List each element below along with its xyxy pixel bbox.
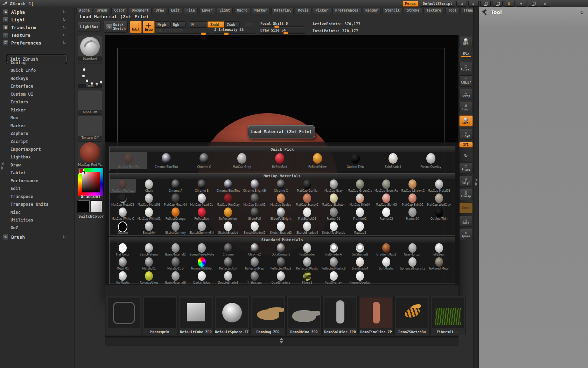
material-matcap-skin05[interactable]: MatCap Skin05 bbox=[373, 193, 399, 207]
pref-item-interface[interactable]: Interface bbox=[10, 84, 33, 89]
shelf-polyf-button[interactable]: #PolyF bbox=[459, 176, 473, 187]
material-trishaders[interactable]: TriShaders bbox=[241, 271, 267, 285]
material-darkenedge[interactable]: DarkenEdge bbox=[189, 271, 215, 285]
current-brush-tile[interactable]: Standard bbox=[78, 35, 102, 61]
material-reflectorange[interactable]: ReflectOrange bbox=[162, 207, 189, 221]
rotate-icon[interactable]: ↻ bbox=[460, 150, 472, 160]
shelf-actual-button[interactable]: □Actual bbox=[459, 62, 473, 73]
menu-edit[interactable]: Edit bbox=[168, 8, 182, 14]
material-gelshadera[interactable]: GelShaderA bbox=[320, 243, 346, 257]
quick-sketch-button[interactable]: ✎ Quick Sketch bbox=[104, 21, 128, 33]
lightbox-item-mannequin[interactable]: Mannequin bbox=[142, 296, 177, 335]
shelf-spix-button[interactable]: SPix bbox=[460, 49, 472, 60]
focal-shift-slider[interactable] bbox=[260, 26, 305, 27]
material-flat-color[interactable]: Flat Color bbox=[110, 243, 136, 257]
material-matcap-skin04[interactable]: MatCap Skin04 bbox=[347, 193, 373, 207]
edit-button[interactable]: Edit bbox=[130, 21, 142, 33]
pref-item-hotkeys[interactable]: Hotkeys bbox=[10, 76, 28, 81]
material-reflectedfoil[interactable]: ReflectedFoil bbox=[215, 257, 241, 271]
material-skinshade4[interactable]: SkinShade4 bbox=[374, 152, 412, 169]
material-chrome-c[interactable]: Chrome C bbox=[268, 179, 294, 193]
lock-icon[interactable] bbox=[504, 1, 514, 7]
material-matcap-skin06[interactable]: MatCap Skin06 bbox=[399, 193, 426, 207]
menu-draw[interactable]: Draw bbox=[153, 8, 167, 14]
material-silverfoil[interactable]: SilverFoil bbox=[241, 207, 267, 221]
tool-reset-icon[interactable]: ↻ bbox=[580, 10, 584, 15]
menu-preferences[interactable]: Preferences bbox=[332, 8, 361, 14]
dock-panel-texture[interactable]: TTexture↻ bbox=[3, 32, 71, 39]
pref-item-goz[interactable]: GoZ bbox=[10, 225, 18, 230]
secondary-color-swatch[interactable] bbox=[90, 200, 102, 212]
lightbox-item-item[interactable]: .. bbox=[106, 296, 141, 335]
pref-item-transpose-units[interactable]: Transpose Units bbox=[10, 202, 48, 207]
menu-stroke[interactable]: Stroke bbox=[404, 8, 422, 14]
dock-panel-alpha[interactable]: AAlpha↻ bbox=[3, 8, 71, 15]
material-framer02[interactable]: Framer02 bbox=[347, 207, 373, 221]
material-metalic01[interactable]: Metalic01 bbox=[136, 257, 162, 271]
material-basicmaterialb[interactable]: BasicMaterialB bbox=[162, 271, 189, 285]
material-doubleshade1[interactable]: DoubleShade1 bbox=[215, 271, 241, 285]
lightbox-item-demorhino-zpr[interactable]: DemoRhino.ZPR bbox=[286, 296, 322, 335]
material-matcap-gray[interactable]: MatCap Gray bbox=[223, 152, 261, 169]
material-matcap-lbrownc[interactable]: MatCap LBrownC bbox=[399, 179, 426, 193]
material-chrome-a[interactable]: Chrome A bbox=[162, 179, 189, 193]
material-matcap-white01[interactable]: MatCap White01 bbox=[136, 207, 162, 221]
material-reflectyellow[interactable]: ReflectYellow bbox=[299, 152, 336, 169]
material-bumpviewermate[interactable]: BumpViewerMate bbox=[189, 243, 215, 257]
material-matcap-satin01[interactable]: MatCap Satin01 bbox=[241, 193, 267, 207]
current-alpha-tile[interactable]: Alpha Off bbox=[78, 90, 102, 115]
lightbox-item-demozsketchbu[interactable]: DemoZSketchBu bbox=[394, 296, 430, 335]
menu-color[interactable]: Color bbox=[111, 8, 127, 14]
restore-button[interactable] bbox=[528, 1, 538, 7]
shelf-l-sym-button[interactable]: ∞L.Sym bbox=[459, 129, 473, 140]
rgb-intensity-thumb[interactable] bbox=[201, 33, 206, 35]
material-fibers1[interactable]: Fibers1 bbox=[294, 271, 320, 285]
shelf-aahalf-button[interactable]: □AAHalf bbox=[459, 75, 473, 87]
draw-size-thumb[interactable] bbox=[284, 32, 288, 34]
store-ui-right-icon[interactable] bbox=[492, 1, 503, 7]
material-colorizeglow[interactable]: ColorizeGlow bbox=[136, 271, 162, 285]
material-flatsketch01[interactable]: FlatSketch01 bbox=[294, 207, 320, 221]
material-chrome-c[interactable]: Chrome C bbox=[185, 152, 223, 169]
dock-panel-brush[interactable]: ✎Brush↻ bbox=[3, 233, 71, 240]
lightbox-item-fibers01[interactable]: Fibers01... bbox=[430, 296, 466, 335]
material-reflectedplastic[interactable]: ReflectedPlastic bbox=[294, 257, 320, 271]
z-intensity-thumb[interactable] bbox=[224, 33, 229, 35]
pref-item-zscript[interactable]: Zscript bbox=[10, 139, 28, 144]
shelf-floor-button[interactable]: #Floor bbox=[459, 102, 473, 113]
menu-document[interactable]: Document bbox=[129, 8, 151, 14]
menu-file[interactable]: File bbox=[184, 8, 198, 14]
shelf-persp-button[interactable]: ∴Persp bbox=[459, 89, 473, 100]
pref-item-utilities[interactable]: Utilities bbox=[10, 218, 33, 223]
lightbox-item-demodog-zpr[interactable]: DemoDog.ZPR bbox=[250, 296, 286, 335]
pref-item-importexport[interactable]: Importexport bbox=[10, 147, 41, 152]
scroll-up-icon[interactable] bbox=[279, 338, 284, 340]
shelf-ghost-button[interactable]: Ghost bbox=[459, 202, 473, 213]
lightbox-item-defaultsphere-zi[interactable]: DefaultSphere.ZI bbox=[214, 296, 250, 335]
material-sketchshaded2[interactable]: SketchShaded2 bbox=[241, 221, 267, 235]
current-material-tile[interactable]: MatCap Red Wa bbox=[78, 141, 102, 167]
store-ui-left-icon[interactable] bbox=[480, 1, 491, 7]
pref-item-custom-ui[interactable]: Custom UI bbox=[10, 92, 33, 97]
dock-panel-preferences[interactable]: ☑Preferences↻ bbox=[3, 39, 71, 46]
material-textured-metal[interactable]: Textured Metal bbox=[426, 257, 452, 271]
material-fresneloverlay[interactable]: FresnelOverlay bbox=[347, 271, 373, 285]
material-metal-01[interactable]: Metal 01 bbox=[110, 257, 136, 271]
pref-item-config[interactable]: Config bbox=[10, 60, 26, 65]
material-sketchtoyplastic[interactable]: SketchToyPlastic bbox=[320, 221, 346, 235]
pref-item-transpose[interactable]: Transpose bbox=[10, 194, 33, 199]
material-reflectred[interactable]: ReflectRed bbox=[261, 152, 299, 169]
draw-button[interactable]: Draw bbox=[143, 21, 155, 33]
color-picker-square[interactable] bbox=[82, 172, 100, 192]
material-matcap-sculpy2[interactable]: MatCap Sculpy2 bbox=[294, 193, 320, 207]
material-sketchgummy[interactable]: SketchGummy bbox=[162, 221, 189, 235]
shelf-xpose-button[interactable]: ↕Xpose bbox=[459, 229, 473, 240]
material-matcap-metal02[interactable]: MatCap Metal02 bbox=[110, 193, 136, 207]
material-silverfoilbright[interactable]: SilverFoilBright bbox=[268, 207, 294, 221]
material-chrome-bluetint[interactable]: Chrome BlueTint bbox=[215, 179, 241, 193]
material-basicmaterial[interactable]: BasicMaterial bbox=[136, 243, 162, 257]
collapse-right-tray-icon[interactable]: ▶ bbox=[468, 1, 479, 7]
material-fastshader[interactable]: FastShader bbox=[294, 243, 320, 257]
shelf-local-button[interactable]: Local bbox=[459, 115, 473, 127]
shelf-bpr-button[interactable]: BPR bbox=[459, 36, 473, 47]
